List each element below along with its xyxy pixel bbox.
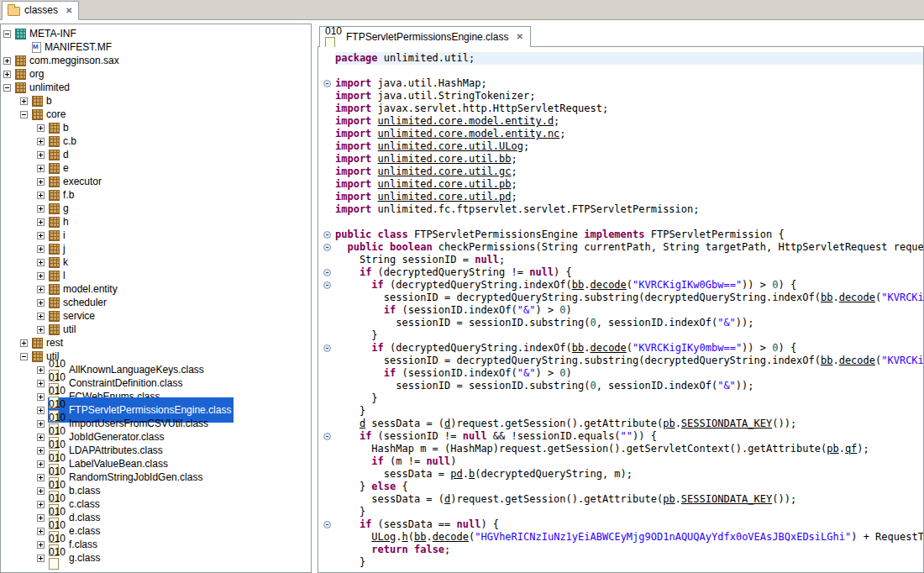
collapse-fold-icon[interactable] [323,269,331,276]
code-link[interactable]: bb [414,531,426,543]
expand-icon[interactable] [20,339,28,347]
tree-item[interactable]: l [1,269,311,282]
expand-icon[interactable] [37,407,45,414]
tree-item[interactable]: b [1,94,311,108]
tree-item-content[interactable]: executor [48,175,104,188]
tree-item[interactable]: com.megginson.sax [1,54,311,67]
tree-item-content[interactable]: META-INF [14,27,79,40]
code-link[interactable]: decode [839,292,875,303]
code-link[interactable]: unlimited.core.model.entity.d [378,115,554,127]
expand-icon[interactable] [37,151,45,159]
code-link[interactable]: unlimited.core.util.ULog [378,140,523,152]
expand-icon[interactable] [37,124,45,132]
tree-item-content[interactable]: scheduler [48,296,109,309]
tab-class-file[interactable]: 010 FTPServletPermissionsEngine.class ✕ [319,26,531,47]
tree-item[interactable]: h [1,215,311,229]
code-link[interactable]: h [402,531,408,543]
tree-item[interactable]: rest [1,336,311,350]
tree-item-content[interactable]: unlimited [14,81,72,94]
expand-icon[interactable] [37,420,45,428]
collapse-fold-icon[interactable] [323,521,331,528]
tree-item-content[interactable]: j [48,242,68,255]
expand-icon[interactable] [37,393,45,401]
expand-icon[interactable] [37,232,45,239]
tree-item-content[interactable]: c.b [48,134,79,148]
tree-item-content[interactable]: util [48,323,78,336]
tree-item[interactable]: 010g.class [1,551,311,565]
expand-icon[interactable] [37,460,45,468]
collapse-icon[interactable] [20,353,28,360]
tree-item-content[interactable]: rest [31,336,66,350]
tree-item-content[interactable]: model.entity [48,282,120,296]
tree-item[interactable]: org [1,67,311,81]
code-link[interactable]: unlimited.core.util.pd [378,191,512,202]
package-tree[interactable]: META-INFMMANIFEST.MFcom.megginson.saxorg… [0,24,312,573]
code-link[interactable]: bb [821,292,832,303]
expand-icon[interactable] [37,380,45,387]
tree-item-content[interactable]: k [48,255,71,269]
tree-item[interactable]: b [1,121,311,134]
code-link[interactable]: unlimited.core.util.pb [378,178,512,190]
expand-icon[interactable] [37,192,45,199]
tree-item-content[interactable]: i [48,229,68,242]
expand-icon[interactable] [37,259,45,266]
close-icon[interactable]: ✕ [516,32,522,41]
tree-item-content[interactable]: b [31,94,55,108]
close-icon[interactable]: ✕ [66,6,72,15]
tree-item-content[interactable]: d [48,148,71,161]
expand-icon[interactable] [37,165,45,172]
collapse-fold-icon[interactable] [323,344,331,352]
expand-icon[interactable] [37,313,45,320]
code-link[interactable]: bb [572,342,584,354]
code-link[interactable]: decode [590,279,626,291]
expand-icon[interactable] [37,541,45,549]
expand-icon[interactable] [3,57,11,65]
code-link[interactable]: SESSIONDATA_KEY [681,418,772,429]
collapse-fold-icon[interactable] [323,281,331,289]
expand-icon[interactable] [20,97,28,105]
code-link[interactable]: SESSIONDATA_KEY [681,493,772,505]
tree-item-content[interactable]: com.megginson.sax [14,54,122,67]
tree-item[interactable]: executor [1,175,311,188]
code-link[interactable]: pb [827,443,838,455]
tree-item-content[interactable]: MMANIFEST.MF [31,40,114,54]
collapse-fold-icon[interactable] [323,433,331,440]
tree-item[interactable]: e [1,161,311,175]
tree-item-content[interactable]: 010g.class [48,545,102,570]
tree-item-content[interactable]: h [48,215,71,229]
tab-classes[interactable]: classes ✕ [2,1,79,20]
expand-icon[interactable] [37,326,45,334]
expand-icon[interactable] [37,487,45,495]
tree-item[interactable]: core [1,108,311,121]
collapse-fold-icon[interactable] [323,231,331,239]
expand-icon[interactable] [37,138,45,145]
tree-item-content[interactable]: service [48,309,97,323]
expand-icon[interactable] [37,205,45,213]
tree-item[interactable]: i [1,229,311,242]
tree-item[interactable]: META-INF [1,27,311,40]
code-link[interactable]: decode [839,355,875,366]
tree-item-content[interactable]: b [48,121,71,134]
collapse-fold-icon[interactable] [323,80,331,87]
code-link[interactable]: pb [663,418,675,429]
expand-icon[interactable] [37,286,45,293]
code-link[interactable]: unlimited.core.util.gc [378,166,512,177]
code-link[interactable]: pd [450,468,462,480]
tree-item[interactable]: unlimited [1,81,311,94]
expand-icon[interactable] [37,474,45,481]
tree-item[interactable]: util [1,323,311,336]
expand-icon[interactable] [37,447,45,455]
expand-icon[interactable] [37,514,45,522]
tree-item[interactable]: g [1,202,311,215]
code-link[interactable]: qf [845,443,857,455]
expand-icon[interactable] [37,434,45,441]
tree-item[interactable]: d [1,148,311,161]
code-link[interactable]: unlimited.core.util.bb [378,153,512,165]
tree-item-content[interactable]: e [48,161,71,175]
expand-icon[interactable] [37,366,45,374]
tree-item-content[interactable]: org [14,67,46,81]
code-link[interactable]: decode [590,342,626,354]
collapse-fold-icon[interactable] [323,244,331,251]
tree-item[interactable]: MMANIFEST.MF [1,40,311,54]
collapse-icon[interactable] [20,111,28,118]
